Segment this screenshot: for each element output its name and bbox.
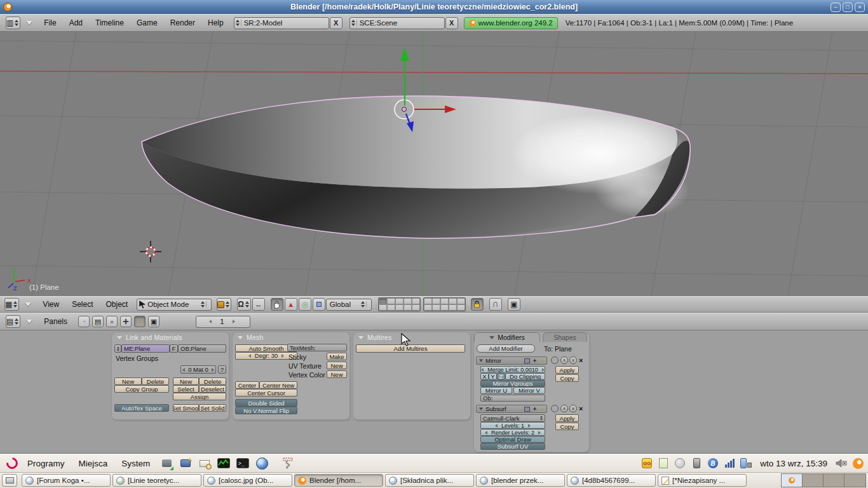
layer-buttons-group-2[interactable] [423, 297, 466, 311]
task-blender-active[interactable]: Blender [/hom... [294, 474, 383, 487]
no-vnormal-flip-button[interactable]: No V.Normal Flip [235, 407, 297, 414]
mirror-cache-icon[interactable] [551, 356, 559, 364]
mesh-name-field[interactable]: ME:Plane [121, 344, 170, 353]
script-context-button[interactable]: ▤ [92, 316, 104, 327]
terminal-launcher[interactable]: >_ [235, 456, 250, 471]
degr-increment-icon[interactable] [281, 354, 284, 358]
mail-launcher[interactable] [197, 456, 212, 471]
realtime-toggle-icon[interactable]: ＋ [532, 405, 538, 413]
mirror-modifier-header[interactable]: Mirror ＋ [476, 356, 547, 365]
mirror-vgroups-button[interactable]: Mirror Vgroups [480, 380, 545, 387]
set-smooth-button[interactable]: Set Smoot [173, 404, 199, 412]
fake-user-button[interactable]: F [170, 344, 178, 353]
subsurf-cache-icon[interactable] [551, 405, 559, 412]
autotex-space-button[interactable]: AutoTex Space [114, 404, 169, 412]
buttons-window-type-button[interactable]: ▤ [6, 315, 20, 328]
object-context-button[interactable]: ✛ [120, 316, 132, 327]
panel-header-multires[interactable]: Multires [353, 332, 470, 342]
mirror-delete-icon[interactable]: × [579, 356, 583, 364]
subsurf-delete-icon[interactable]: × [579, 405, 583, 412]
manipulator-mode-button[interactable]: ↔ [252, 298, 265, 311]
object-name-field[interactable]: OB:Plane [178, 344, 226, 353]
task-linie-teoretyczne[interactable]: [Linie teoretyc... [112, 474, 201, 487]
panel-header-mesh[interactable]: Mesh [233, 332, 349, 342]
set-solid-button[interactable]: Set Solid [199, 404, 226, 412]
mirror-axis-z-button[interactable]: Z [497, 373, 505, 380]
battery-tray-icon[interactable] [740, 457, 752, 470]
subsurf-uv-button[interactable]: Subsurf UV [480, 443, 545, 450]
menu-help[interactable]: Help [208, 18, 224, 27]
tab-modifiers[interactable]: Modifiers [474, 332, 540, 342]
editing-context-button[interactable]: ▢ [134, 316, 146, 327]
blender-tray-icon[interactable] [851, 457, 864, 470]
clock[interactable]: wto 13 wrz, 15:39 [760, 459, 827, 468]
scene-selector[interactable]: SCE:Scene [349, 17, 445, 29]
double-sided-button[interactable]: Double Sided [235, 399, 297, 407]
snap-button[interactable]: ∪ [489, 298, 502, 311]
modem-tray-icon[interactable] [690, 457, 703, 470]
mirror-move-down-button[interactable]: ∨ [569, 356, 577, 364]
merge-limit-field[interactable]: Merge Limit: 0.0010 [480, 366, 545, 373]
system-menu[interactable]: System [121, 459, 150, 468]
panel-collapse-icon[interactable] [358, 336, 363, 339]
panels-menu[interactable]: Panels [44, 317, 67, 326]
volume-tray-icon[interactable] [835, 457, 848, 470]
menu-object[interactable]: Object [106, 300, 128, 309]
translate-manipulator-button[interactable]: ▲ [285, 298, 297, 311]
scene-delete-button[interactable]: X [445, 17, 458, 29]
vgroup-new-button[interactable]: New [114, 377, 142, 385]
pivot-point-button[interactable]: Ω [237, 298, 251, 311]
texmesh-field[interactable]: TexMesh: [287, 344, 347, 351]
workspace-1[interactable] [782, 474, 803, 487]
window-type-button[interactable]: ▥ [6, 17, 20, 29]
maximize-button[interactable]: □ [843, 3, 853, 12]
assign-button[interactable]: Assign [173, 393, 226, 400]
uv-texture-new-button[interactable]: New [327, 362, 347, 369]
orientation-selector[interactable]: Global [326, 299, 372, 311]
workspace-3[interactable] [824, 474, 844, 487]
applications-menu[interactable]: Programy [27, 459, 65, 468]
degr-decrement-icon[interactable] [248, 354, 251, 358]
editmode-toggle-icon[interactable] [539, 358, 545, 363]
tab-shapes[interactable]: Shapes [543, 332, 587, 342]
do-clipping-button[interactable]: Do Clipping [505, 373, 545, 380]
frame-increment-icon[interactable] [233, 320, 235, 323]
hull-mesh-object[interactable] [142, 96, 690, 238]
draw-type-button[interactable] [217, 298, 231, 311]
menu-view[interactable]: View [43, 300, 59, 309]
panel-header-link-materials[interactable]: Link and Materials [112, 332, 229, 342]
mirror-ob-field[interactable]: Ob: [480, 395, 545, 402]
minimize-button[interactable]: – [831, 3, 841, 12]
bluetooth-tray-icon[interactable]: B [707, 457, 719, 470]
show-desktop-button[interactable] [2, 474, 17, 487]
subsurf-move-up-button[interactable]: ∧ [560, 405, 568, 412]
viewport-window-type-button[interactable]: ▦ [4, 298, 19, 311]
viewport-3d[interactable]: X Z (1) Plane [0, 32, 868, 296]
remote-desktop-launcher[interactable]: ϟ [178, 456, 193, 471]
screen-lock-launcher[interactable] [159, 456, 174, 471]
tab-collapse-icon[interactable] [489, 336, 494, 339]
material-delete-button[interactable]: Delete [199, 377, 226, 385]
task-calosc-jpg[interactable]: [calosc.jpg (Ob... [203, 474, 292, 487]
mat-prev-icon[interactable] [182, 368, 185, 372]
copy-group-button[interactable]: Copy Group [114, 385, 169, 393]
editmode-toggle-icon[interactable] [539, 407, 545, 412]
subsurf-modifier-header[interactable]: Subsurf ＋ [476, 405, 547, 413]
rotate-manipulator-button[interactable]: ◎ [299, 298, 311, 311]
subsurf-collapse-icon[interactable] [479, 408, 483, 410]
layer-buttons-group-1[interactable] [378, 297, 421, 311]
panel-collapse-icon[interactable] [238, 336, 243, 339]
realtime-toggle-icon[interactable]: ＋ [532, 356, 538, 365]
merge-limit-inc-icon[interactable] [542, 368, 545, 372]
mirror-axis-y-button[interactable]: Y [489, 373, 497, 380]
render-levels-field[interactable]: Render Levels: 2 [480, 429, 545, 436]
mirror-u-button[interactable]: Mirror U [480, 387, 512, 394]
gadu-gadu-tray-icon[interactable]: GG [641, 457, 653, 470]
task-niezapisany[interactable]: [*Niezapisany ... [658, 474, 747, 487]
task-4d8b456[interactable]: [4d8b4567699... [567, 474, 656, 487]
menu-timeline[interactable]: Timeline [95, 18, 124, 27]
frame-decrement-icon[interactable] [209, 320, 212, 323]
workspace-2[interactable] [803, 474, 824, 487]
vertex-color-new-button[interactable]: New [327, 370, 347, 378]
manipulator-toggle-button[interactable] [271, 298, 283, 311]
